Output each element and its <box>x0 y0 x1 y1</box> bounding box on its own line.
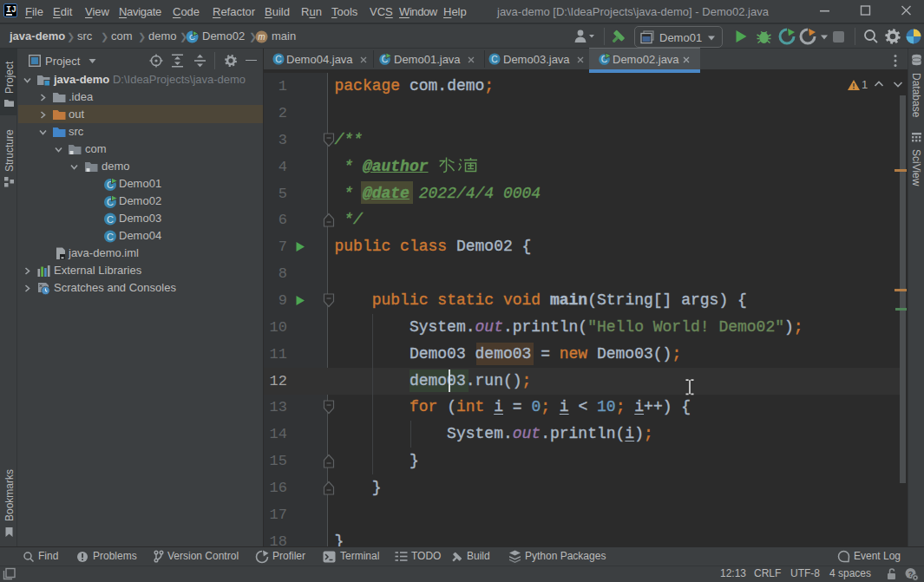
svg-text:m: m <box>258 32 265 42</box>
svg-text:C: C <box>107 214 114 225</box>
svg-text:C: C <box>107 232 114 242</box>
svg-text:C: C <box>491 55 498 64</box>
svg-text:C: C <box>275 55 282 64</box>
